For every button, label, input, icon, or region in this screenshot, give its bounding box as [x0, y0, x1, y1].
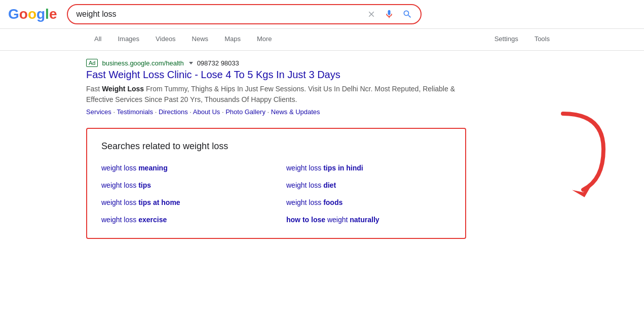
search-bar — [67, 4, 422, 24]
ad-separator-2: · — [155, 108, 159, 116]
related-searches-box: Searches related to weight loss weight l… — [86, 128, 466, 239]
ad-phone: 098732 98033 — [197, 59, 239, 67]
ad-url: business.google.com/health — [102, 59, 183, 67]
ad-description: Fast Weight Loss From Tummy, Thighs & Hi… — [86, 84, 466, 105]
ad-link-about[interactable]: About Us — [193, 108, 220, 116]
related-item-tips-hindi[interactable]: weight loss tips in hindi — [286, 162, 451, 174]
dropdown-arrow-icon — [189, 62, 193, 64]
related-item-tips[interactable]: weight loss tips — [101, 179, 266, 191]
svg-marker-0 — [572, 185, 594, 200]
ad-separator-5: · — [268, 108, 271, 116]
google-logo: Google — [8, 6, 57, 22]
ad-label: Ad — [86, 59, 98, 67]
clear-button[interactable] — [367, 10, 376, 19]
search-input[interactable] — [76, 10, 359, 19]
tab-videos[interactable]: Videos — [147, 31, 184, 48]
ad-bold-1: Weight Loss — [102, 85, 144, 93]
tab-all[interactable]: All — [86, 31, 109, 48]
main-content: Ad business.google.com/health 098732 980… — [0, 51, 644, 247]
ad-link-services[interactable]: Services — [86, 108, 111, 116]
related-item-foods[interactable]: weight loss foods — [286, 196, 451, 208]
search-bar-wrapper — [67, 4, 422, 24]
related-item-tips-at-home[interactable]: weight loss tips at home — [101, 196, 266, 208]
tab-more[interactable]: More — [249, 31, 280, 48]
ad-link-testimonials[interactable]: Testimonials — [117, 108, 153, 116]
related-item-meaning[interactable]: weight loss meaning — [101, 162, 266, 174]
header: Google — [0, 0, 644, 29]
related-item-naturally[interactable]: how to lose weight naturally — [286, 214, 451, 226]
tab-maps[interactable]: Maps — [216, 31, 249, 48]
ad-link-photo[interactable]: Photo Gallery — [225, 108, 266, 116]
mic-button[interactable] — [384, 9, 394, 19]
search-icons — [367, 9, 412, 19]
tab-images[interactable]: Images — [109, 31, 147, 48]
search-button[interactable] — [402, 9, 412, 19]
tab-settings[interactable]: Settings — [486, 31, 526, 48]
ad-meta: Ad business.google.com/health 098732 980… — [86, 59, 558, 67]
ad-link-news[interactable]: News & Updates — [271, 108, 320, 116]
related-item-diet[interactable]: weight loss diet — [286, 179, 451, 191]
content-wrapper: Ad business.google.com/health 098732 980… — [86, 59, 558, 239]
tab-news[interactable]: News — [184, 31, 217, 48]
ad-link-directions[interactable]: Directions — [159, 108, 188, 116]
ad-section: Ad business.google.com/health 098732 980… — [86, 59, 558, 116]
red-arrow-decoration — [553, 109, 619, 210]
related-searches-grid: weight loss meaning weight loss tips in … — [101, 162, 451, 226]
related-searches-title: Searches related to weight loss — [101, 141, 451, 152]
ad-title-link[interactable]: Fast Weight Loss Clinic - Lose 4 To 5 Kg… — [86, 69, 558, 81]
ad-links: Services · Testimonials · Directions · A… — [86, 108, 558, 116]
nav-tabs: All Images Videos News Maps More Setting… — [0, 29, 644, 51]
related-item-exercise[interactable]: weight loss exercise — [101, 214, 266, 226]
tab-tools[interactable]: Tools — [526, 31, 558, 48]
